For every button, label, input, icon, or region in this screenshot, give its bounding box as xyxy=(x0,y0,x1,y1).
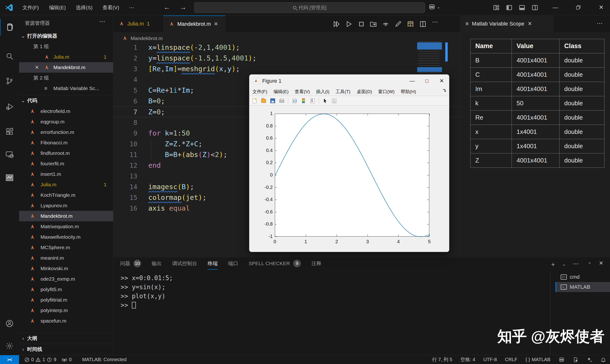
open-changes-icon[interactable] xyxy=(370,20,377,28)
code-line[interactable]: 2y=linspace(-1.5,1.5,4001); xyxy=(113,53,461,64)
copilot-status-icon[interactable] xyxy=(558,357,565,363)
sparkle-icon[interactable] xyxy=(587,357,592,363)
file-item[interactable]: ode23_exmp.m xyxy=(19,274,113,284)
panel-tab-调试控制台[interactable]: 调试控制台 xyxy=(172,257,197,270)
panel-more-icon[interactable]: ⋯ xyxy=(597,20,603,27)
variable-row[interactable]: Re4001x4001double xyxy=(471,111,605,125)
panel-tab-端口[interactable]: 端口 xyxy=(228,257,238,270)
variable-row[interactable]: k50double xyxy=(471,96,605,111)
file-item[interactable]: fourierfit.m xyxy=(19,158,113,169)
new-figure-icon[interactable] xyxy=(252,98,257,104)
link-plot-icon[interactable] xyxy=(292,98,297,104)
sidebar-item-extensions[interactable] xyxy=(0,123,19,140)
matlab-figure-window[interactable]: Figure 1 — □ ✕ 文件(F)编辑(E)查看(V)插入(I)工具(T)… xyxy=(249,74,449,252)
code-line[interactable]: 3[Re,Im]=meshgrid(x,y); xyxy=(113,64,461,74)
timeline-section-header[interactable]: ›时间线 xyxy=(19,344,113,354)
ports-status[interactable]: 0 xyxy=(62,357,71,363)
outline-section-header[interactable]: ›大纲 xyxy=(19,333,113,343)
figure-title-bar[interactable]: Figure 1 — □ ✕ xyxy=(249,75,449,87)
file-item[interactable]: Julia.m1 xyxy=(19,179,113,190)
indentation-status[interactable]: 空格: 4 xyxy=(460,356,475,363)
file-item[interactable]: polyinterp.m xyxy=(19,305,113,316)
settings-gear-icon[interactable] xyxy=(0,338,19,354)
menu-item[interactable]: 查看(V) xyxy=(98,0,123,15)
window-close-button[interactable]: ✕ xyxy=(593,0,609,15)
sidebar-more-icon[interactable]: ⋯ xyxy=(99,18,105,25)
figure-menu-item[interactable]: 查看(V) xyxy=(292,89,313,95)
sidebar-item-remote-explorer[interactable] xyxy=(0,146,19,163)
insert-colorbar-icon[interactable] xyxy=(301,98,306,104)
file-item[interactable]: spacefun.m xyxy=(19,316,113,326)
file-item[interactable]: Lyapunov.m xyxy=(19,200,113,211)
code-line[interactable]: 1x=linspace(-2,1,4001); xyxy=(113,42,461,53)
open-editors-header[interactable]: ⌄打开的编辑器 xyxy=(19,31,113,41)
terminal-output[interactable]: >> x=0:0.01:5; >> y=sin(x); >> plot(x,y)… xyxy=(121,273,173,310)
close-panel-icon[interactable]: ✕ xyxy=(599,260,603,266)
menu-item[interactable]: 编辑(E) xyxy=(45,0,70,15)
matlab-connection-status[interactable]: MATLAB: Connected xyxy=(82,357,127,362)
figure-menu-item[interactable]: 编辑(E) xyxy=(270,89,292,95)
maximize-panel-icon[interactable]: ⌃ xyxy=(588,261,591,267)
language-mode[interactable]: { }MATLAB xyxy=(526,357,550,362)
panel-tab-注释[interactable]: 注释 xyxy=(311,257,321,270)
preview-icon[interactable] xyxy=(382,20,389,28)
figure-menu-item[interactable]: 插入(I) xyxy=(313,89,332,95)
figure-minimize-button[interactable]: — xyxy=(405,75,420,87)
layout-customize-icon[interactable] xyxy=(493,4,500,11)
run-all-icon[interactable] xyxy=(333,20,340,28)
figure-menu-item[interactable]: 窗口(W) xyxy=(375,89,398,95)
tab-mandelbrot-active[interactable]: Mandekbrot.m✕ xyxy=(163,15,225,32)
tab-matlab-variable-scope[interactable]: ≡ Matlab Variable Scope ✕ xyxy=(461,15,554,32)
remote-indicator[interactable]: >< xyxy=(0,355,19,364)
toggle-panel-icon[interactable] xyxy=(519,4,525,11)
file-item[interactable]: KochTriangle.m xyxy=(19,190,113,200)
code-folder-header[interactable]: ⌄代码 xyxy=(19,95,113,105)
menu-item[interactable]: 文件(F) xyxy=(18,0,43,15)
variable-row[interactable]: B4001x4001double xyxy=(471,53,605,68)
file-item[interactable]: Minkovski.m xyxy=(19,263,113,274)
edit-pencil-icon[interactable] xyxy=(394,20,402,28)
toggle-sidebar-icon[interactable] xyxy=(506,4,513,11)
panel-tab-问题[interactable]: 问题10 xyxy=(120,257,141,270)
file-item[interactable]: eqgroup.m xyxy=(19,117,113,127)
scrollbar-decoration[interactable] xyxy=(445,42,448,62)
figure-menu-item[interactable]: 桌面(D) xyxy=(354,89,375,95)
terminal-item-matlab[interactable]: >_ MATLAB xyxy=(556,282,610,292)
file-item[interactable]: findfunroot.m xyxy=(19,148,113,158)
docs-book-icon[interactable] xyxy=(407,20,414,28)
file-item[interactable]: polyfit5.m xyxy=(19,284,113,295)
variable-row[interactable]: C4001x4001double xyxy=(471,68,605,82)
preview-file-icon[interactable] xyxy=(573,357,579,363)
sidebar-item-explorer[interactable] xyxy=(0,19,19,36)
close-icon[interactable]: ✕ xyxy=(214,21,218,27)
notifications-bell-icon[interactable] xyxy=(600,357,606,363)
file-item[interactable]: Maxwellvelocity.m xyxy=(19,232,113,242)
figure-menu-item[interactable]: 文件(F) xyxy=(249,89,270,95)
variable-row[interactable]: Z4001x4001double xyxy=(471,153,605,168)
eol-status[interactable]: CRLF xyxy=(505,357,517,362)
problems-status[interactable]: 0 1 9 xyxy=(24,357,56,362)
close-icon[interactable]: ✕ xyxy=(35,62,39,73)
window-minimize-button[interactable]: — xyxy=(547,0,563,15)
panel-more-icon[interactable]: ⋯ xyxy=(573,260,579,268)
window-restore-button[interactable] xyxy=(570,0,586,15)
open-editor-variable-scope[interactable]: ≡ Matlab Variable Sc... xyxy=(19,83,113,94)
file-item[interactable]: MCSphere.m xyxy=(19,242,113,253)
run-file-icon[interactable] xyxy=(345,20,353,28)
panel-tab-终端[interactable]: 终端 xyxy=(208,257,218,270)
new-terminal-icon[interactable]: ＋ xyxy=(550,260,556,269)
breadcrumb[interactable]: Mandekbrot.m xyxy=(122,34,163,43)
sidebar-item-run-debug[interactable] xyxy=(0,98,19,115)
menu-item[interactable]: ⋯ xyxy=(125,0,138,15)
split-editor-icon[interactable] xyxy=(419,20,427,28)
file-item[interactable]: insert1.m xyxy=(19,169,113,179)
variable-row[interactable]: x1x4001double xyxy=(471,125,605,139)
figure-maximize-button[interactable]: □ xyxy=(420,75,434,87)
chevron-down-icon[interactable]: ⌄ xyxy=(562,261,566,267)
nav-forward-icon[interactable]: → xyxy=(180,4,186,11)
variable-row[interactable]: Im4001x4001double xyxy=(471,82,605,96)
close-icon[interactable]: ✕ xyxy=(528,21,532,27)
cursor-position[interactable]: 行 7, 列 5 xyxy=(432,356,452,363)
file-item[interactable]: electrofield.m xyxy=(19,106,113,117)
figure-menu-item[interactable]: 帮助(H) xyxy=(398,89,419,95)
